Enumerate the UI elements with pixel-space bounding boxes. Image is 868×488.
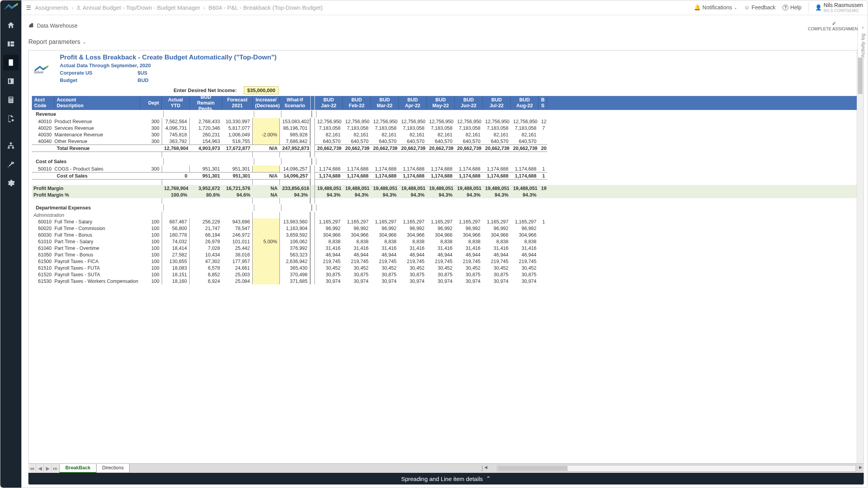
spreading-panel-toggle[interactable]: Spreading and Line item details ⌃ bbox=[28, 473, 864, 485]
report-title: Profit & Loss Breakback - Create Budget … bbox=[60, 54, 276, 61]
table-row[interactable]: 40040 Other Revenue 300 363,792 154,963 … bbox=[32, 138, 857, 145]
solver-logo: solver bbox=[33, 54, 54, 83]
table-row[interactable]: 61010 Part Time - Salary 100 74,032 26,9… bbox=[32, 238, 857, 245]
report-parameters-label: Report parameters bbox=[28, 38, 80, 45]
svg-rect-20 bbox=[30, 24, 31, 27]
chevron-right-icon: › bbox=[203, 4, 205, 11]
report-container: solver Profit & Loss Breakback - Create … bbox=[28, 50, 864, 464]
grid-header: AcctCode AccountDescription Dept ActualY… bbox=[32, 96, 857, 110]
grid-spacer bbox=[32, 180, 857, 185]
tab-nav-prev-icon[interactable]: ◀ bbox=[36, 464, 44, 473]
entity-label: Corporate US bbox=[60, 70, 134, 76]
nav-tools-icon[interactable] bbox=[3, 157, 19, 172]
notifications-button[interactable]: 🔔 Notifications ⌄ bbox=[694, 4, 737, 10]
svg-rect-6 bbox=[9, 79, 10, 83]
database-icon bbox=[28, 23, 34, 29]
svg-point-12 bbox=[9, 101, 10, 102]
horizontal-scrollbar[interactable]: ◀ ▶ bbox=[129, 464, 864, 473]
table-row[interactable]: 40030 Maintenance Revenue 300 745,818 26… bbox=[32, 131, 857, 138]
table-row[interactable]: 40020 Services Revenue 300 4,096,731 1,7… bbox=[32, 125, 857, 131]
sheet-tabs: ⏮ ◀ ▶ ⏭ BreakBack Directions ◀ ▶ bbox=[28, 464, 864, 473]
sheet-tab-breakback[interactable]: BreakBack bbox=[59, 464, 96, 473]
table-row[interactable]: 60020 Full Time - Commission 100 56,800 … bbox=[32, 225, 857, 232]
svg-rect-2 bbox=[8, 42, 10, 47]
help-icon: ? bbox=[782, 5, 788, 10]
svg-rect-5 bbox=[8, 78, 14, 84]
help-label: Help bbox=[790, 4, 802, 10]
svg-point-13 bbox=[10, 101, 11, 102]
chevron-up-icon: ⌃ bbox=[486, 475, 491, 482]
complete-assignment-button[interactable]: ✓ COMPLETE ASSIGNMENT bbox=[808, 20, 861, 31]
chevron-left-icon: « bbox=[862, 25, 864, 30]
help-button[interactable]: ? Help bbox=[782, 4, 802, 10]
chevron-right-icon: › bbox=[72, 4, 73, 11]
scenario-value: BUD bbox=[138, 77, 148, 83]
app-logo bbox=[4, 3, 18, 11]
user-menu[interactable]: 👤 Nils Rasmussen Nils CorpDemo bbox=[809, 2, 863, 12]
grid-section-header: Departmental Expenses bbox=[32, 204, 857, 212]
grid-section-header: Revenue bbox=[32, 110, 857, 118]
smile-icon: ☺ bbox=[744, 4, 749, 10]
complete-assignment-label: COMPLETE ASSIGNMENT bbox=[808, 26, 861, 31]
report-parameters-toggle[interactable]: Report parameters ⌄ bbox=[21, 36, 868, 50]
menu-toggle-icon[interactable]: ☰ bbox=[26, 4, 31, 11]
action-bar: Data Warehouse ✓ COMPLETE ASSIGNMENT bbox=[21, 15, 868, 36]
breadcrumb-item[interactable]: 3. Annual Budget - Top/Down - Budget Man… bbox=[77, 4, 200, 11]
left-nav bbox=[0, 0, 21, 488]
svg-rect-3 bbox=[10, 42, 14, 44]
table-row[interactable]: 61040 Part Time - Overtime 100 18,414 7,… bbox=[32, 245, 857, 251]
report-grid[interactable]: AcctCode AccountDescription Dept ActualY… bbox=[32, 96, 857, 284]
sheet-tab-directions[interactable]: Directions bbox=[96, 464, 130, 473]
nav-files-icon[interactable] bbox=[3, 111, 19, 126]
table-row[interactable]: 60030 Full Time - Bonus 100 180,778 66,1… bbox=[32, 232, 857, 238]
grid-spacer bbox=[32, 152, 857, 157]
tab-nav-last-icon[interactable]: ⏭ bbox=[52, 464, 59, 473]
nav-calculator-icon[interactable] bbox=[3, 92, 19, 108]
table-row[interactable]: 40010 Product Revenue 300 7,562,564 2,76… bbox=[32, 118, 857, 125]
table-row[interactable]: 50010 COGS - Product Sales 300 951,301 9… bbox=[32, 166, 857, 172]
check-icon: ✓ bbox=[808, 20, 861, 26]
top-bar: ☰ Assignments › 3. Annual Budget - Top/D… bbox=[21, 0, 868, 15]
table-row[interactable]: 60010 Full Time - Salary 100 687,467 256… bbox=[32, 218, 857, 225]
breadcrumb-item: B604 - P&L - Breakback (Top-Down Budget) bbox=[208, 4, 323, 11]
grid-section-header: Cost of Sales bbox=[32, 157, 857, 166]
activity-log-panel-toggle[interactable]: « Activity log bbox=[858, 23, 868, 58]
nav-data-icon[interactable] bbox=[3, 36, 19, 52]
svg-point-14 bbox=[12, 101, 12, 102]
vertical-scrollbar[interactable] bbox=[857, 51, 863, 463]
svg-rect-17 bbox=[8, 147, 10, 149]
tab-nav-next-icon[interactable]: ▶ bbox=[44, 464, 52, 473]
grid-body[interactable]: Revenue 40010 Product Revenue 300 7,562,… bbox=[32, 110, 857, 284]
net-income-input[interactable]: $35,000,000 bbox=[244, 86, 279, 94]
table-row[interactable]: 61530 Payroll Taxes - Workers Compensati… bbox=[32, 278, 857, 284]
grid-spacer bbox=[32, 198, 857, 204]
nav-report-icon[interactable] bbox=[3, 73, 19, 89]
notifications-label: Notifications bbox=[702, 4, 732, 10]
nav-settings-icon[interactable] bbox=[3, 175, 19, 191]
feedback-button[interactable]: ☺ Feedback bbox=[744, 4, 775, 10]
grid-total-row: Cost of Sales 0 951,301 951,301 N/A 14,0… bbox=[32, 172, 857, 180]
tab-nav-first-icon[interactable]: ⏮ bbox=[28, 464, 36, 473]
data-warehouse-button[interactable]: Data Warehouse bbox=[28, 23, 78, 29]
table-row[interactable]: 61520 Payroll Taxes - SUTA 100 18,151 6,… bbox=[32, 271, 857, 278]
breadcrumb-item[interactable]: Assignments bbox=[35, 4, 68, 11]
data-warehouse-label: Data Warehouse bbox=[37, 23, 78, 29]
svg-point-9 bbox=[9, 99, 10, 100]
nav-assignments-icon[interactable] bbox=[3, 55, 19, 70]
table-row[interactable]: 61500 Payroll Taxes - FICA 100 130,655 4… bbox=[32, 258, 857, 265]
grid-margin-row: Profit Margin % 100.0% 80.6% 94.6% NA 94… bbox=[32, 192, 857, 198]
svg-point-10 bbox=[10, 99, 11, 100]
svg-rect-18 bbox=[12, 147, 14, 149]
grid-total-row: Total Revenue 12,768,904 4,903,973 17,67… bbox=[32, 145, 857, 152]
bell-icon: 🔔 bbox=[694, 4, 700, 10]
activity-log-label: Activity log bbox=[860, 33, 866, 58]
nav-workflow-icon[interactable] bbox=[3, 138, 19, 153]
svg-text:solver: solver bbox=[34, 70, 44, 74]
grid-margin-row: Profit Margin 12,768,904 3,952,672 16,72… bbox=[32, 185, 857, 192]
table-row[interactable]: 61050 Part Time - Bonus 100 27,582 10,43… bbox=[32, 251, 857, 258]
nav-home-icon[interactable] bbox=[3, 17, 19, 33]
chevron-down-icon: ⌄ bbox=[82, 39, 86, 45]
svg-point-11 bbox=[12, 99, 12, 100]
table-row[interactable]: 61510 Payroll Taxes - FUTA 100 18,083 6,… bbox=[32, 265, 857, 271]
chevron-down-icon: ⌄ bbox=[734, 5, 737, 10]
